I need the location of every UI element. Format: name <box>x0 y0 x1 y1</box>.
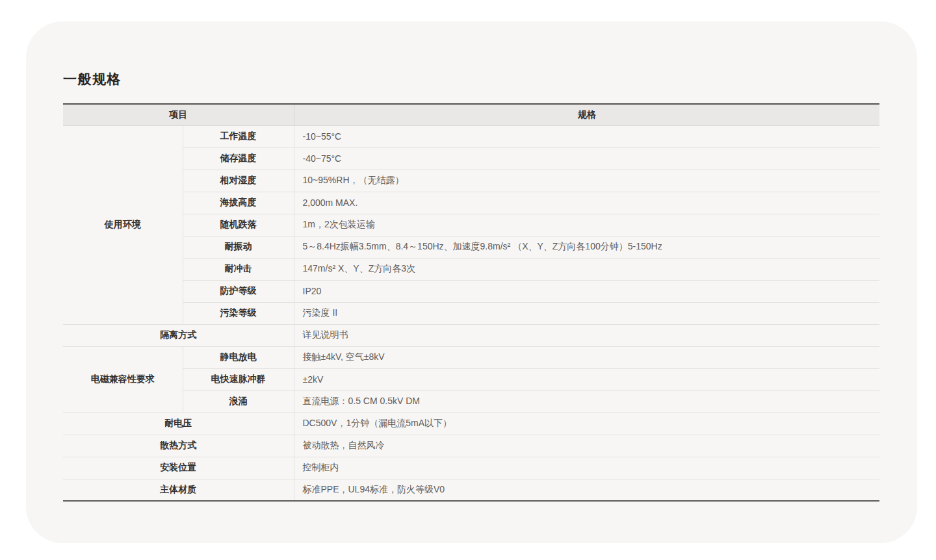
table-row: 安装位置 控制柜内 <box>63 457 879 479</box>
value-cell: DC500V，1分钟（漏电流5mA以下） <box>294 413 879 435</box>
column-header-item: 项目 <box>63 104 294 125</box>
column-header-spec: 规格 <box>294 104 879 125</box>
item-cell: 电快速脉冲群 <box>183 368 294 390</box>
table-row: 散热方式 被动散热，自然风冷 <box>63 435 879 457</box>
general-spec-table: 项目 规格 使用环境 工作温度 -10~55°C 储存温度 -40~75°C 相… <box>63 103 879 502</box>
value-cell: 2,000m MAX. <box>294 192 879 214</box>
table-row: 污染等级 污染度 II <box>63 302 879 324</box>
table-row: 防护等级 IP20 <box>63 280 879 302</box>
item-cell: 主体材质 <box>63 479 294 501</box>
value-cell: 147m/s² X、Y、Z方向各3次 <box>294 258 879 280</box>
value-cell: 污染度 II <box>294 302 879 324</box>
item-cell: 耐电压 <box>63 413 294 435</box>
table-row: 耐冲击 147m/s² X、Y、Z方向各3次 <box>63 258 879 280</box>
value-cell: 直流电源：0.5 CM 0.5kV DM <box>294 390 879 413</box>
item-cell: 污染等级 <box>183 302 294 324</box>
value-cell: 10~95%RH，（无结露） <box>294 170 879 192</box>
item-cell: 海拔高度 <box>183 192 294 214</box>
item-cell: 相对湿度 <box>183 170 294 192</box>
item-cell: 隔离方式 <box>63 324 294 346</box>
item-cell: 浪涌 <box>183 390 294 413</box>
category-cell: 电磁兼容性要求 <box>63 346 183 413</box>
value-cell: 接触±4kV, 空气±8kV <box>294 346 879 368</box>
item-cell: 散热方式 <box>63 435 294 457</box>
table-row: 耐电压 DC500V，1分钟（漏电流5mA以下） <box>63 413 879 435</box>
value-cell: 详见说明书 <box>294 324 879 346</box>
table-row: 耐振动 5～8.4Hz振幅3.5mm、8.4～150Hz、加速度9.8m/s² … <box>63 236 879 258</box>
table-header-row: 项目 规格 <box>63 104 879 125</box>
spec-card: 一般规格 项目 规格 使用环境 工作温度 -10~55°C 储存温度 -40~7… <box>26 21 917 543</box>
value-cell: 被动散热，自然风冷 <box>294 435 879 457</box>
item-cell: 储存温度 <box>183 147 294 170</box>
value-cell: -10~55°C <box>294 125 879 147</box>
item-cell: 安装位置 <box>63 457 294 479</box>
value-cell: IP20 <box>294 280 879 302</box>
table-row: 电快速脉冲群 ±2kV <box>63 368 879 390</box>
item-cell: 防护等级 <box>183 280 294 302</box>
table-row: 电磁兼容性要求 静电放电 接触±4kV, 空气±8kV <box>63 346 879 368</box>
item-cell: 随机跌落 <box>183 214 294 236</box>
item-cell: 静电放电 <box>183 346 294 368</box>
table-row: 相对湿度 10~95%RH，（无结露） <box>63 170 879 192</box>
value-cell: -40~75°C <box>294 147 879 170</box>
value-cell: ±2kV <box>294 368 879 390</box>
table-row: 隔离方式 详见说明书 <box>63 324 879 346</box>
category-cell: 使用环境 <box>63 125 183 324</box>
table-row: 储存温度 -40~75°C <box>63 147 879 170</box>
value-cell: 1m，2次包装运输 <box>294 214 879 236</box>
table-row: 海拔高度 2,000m MAX. <box>63 192 879 214</box>
value-cell: 标准PPE，UL94标准，防火等级V0 <box>294 479 879 501</box>
item-cell: 耐振动 <box>183 236 294 258</box>
table-row: 主体材质 标准PPE，UL94标准，防火等级V0 <box>63 479 879 501</box>
item-cell: 工作温度 <box>183 125 294 147</box>
value-cell: 5～8.4Hz振幅3.5mm、8.4～150Hz、加速度9.8m/s² （X、Y… <box>294 236 879 258</box>
table-row: 使用环境 工作温度 -10~55°C <box>63 125 879 147</box>
table-row: 随机跌落 1m，2次包装运输 <box>63 214 879 236</box>
item-cell: 耐冲击 <box>183 258 294 280</box>
value-cell: 控制柜内 <box>294 457 879 479</box>
table-row: 浪涌 直流电源：0.5 CM 0.5kV DM <box>63 390 879 413</box>
section-title: 一般规格 <box>63 71 122 87</box>
